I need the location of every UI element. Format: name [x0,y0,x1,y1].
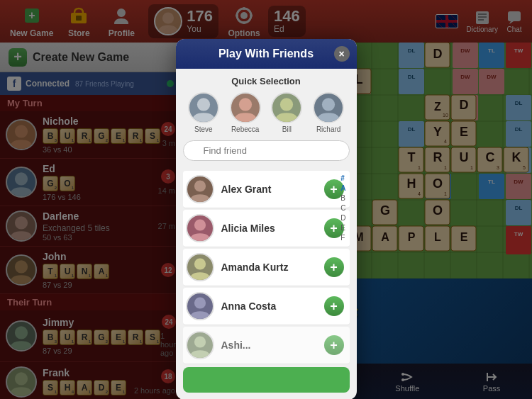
svg-point-137 [194,297,205,308]
add-friend-button[interactable]: + [324,335,344,355]
friend-avatar [186,175,214,203]
friend-avatar [186,253,214,281]
svg-point-131 [239,98,252,111]
alpha-hash[interactable]: # [338,174,348,183]
svg-point-138 [194,336,205,347]
quick-friend-avatar [230,92,261,123]
friend-item[interactable]: Anna Costa + [183,288,350,325]
alpha-e[interactable]: E [338,223,348,232]
alpha-index: # A B C D E F [337,171,349,245]
quick-friends-list: Steve Rebecca Bill [183,92,350,133]
modal-title: Play With Friends [218,47,314,60]
svg-point-133 [322,98,335,111]
friend-name: Amanda Kurtz [221,262,324,273]
friends-list-container: Alex Grant + Alicia Miles + [183,171,350,364]
quick-friend-avatar [313,92,344,123]
svg-point-132 [280,98,293,111]
friend-item[interactable]: Ashi... + [183,327,350,364]
quick-friend-avatar [271,92,302,123]
friend-item[interactable]: Amanda Kurtz + [183,249,350,286]
friend-avatar [186,292,214,320]
friend-item[interactable]: Alicia Miles + [183,210,350,247]
confirm-button[interactable] [183,367,350,393]
friend-name: Alex Grant [221,184,324,195]
modal-header: Play With Friends × [176,39,357,69]
svg-point-134 [194,180,205,191]
quick-friend-avatar [188,92,219,123]
svg-point-136 [194,258,205,269]
quick-friend-name: Richard [316,125,340,133]
quick-friend[interactable]: Steve [188,92,219,133]
friend-name: Alicia Miles [221,223,324,234]
alpha-f[interactable]: F [338,233,348,242]
svg-point-130 [197,98,210,111]
modal-overlay[interactable]: Play With Friends × Quick Selection Stev… [0,0,532,399]
quick-friend-name: Steve [194,125,213,133]
quick-friend-name: Bill [282,125,292,133]
alpha-c[interactable]: C [338,203,348,213]
quick-friend[interactable]: Richard [313,92,344,133]
add-friend-button[interactable]: + [324,296,344,316]
add-friend-button[interactable]: + [324,257,344,277]
friend-avatar [186,214,214,242]
find-friend-input[interactable] [183,140,350,161]
quick-friend-name: Rebecca [231,125,259,133]
modal-body: Quick Selection Steve Rebecca [176,69,357,399]
friend-item[interactable]: Alex Grant + [183,171,350,208]
find-friend-wrapper: 🔍 [183,140,350,165]
quick-selection-label: Quick Selection [183,76,350,86]
friend-avatar [186,331,214,359]
modal-close-button[interactable]: × [334,46,350,62]
friend-name: Ashi... [221,339,324,351]
alpha-a[interactable]: A [338,184,348,193]
play-with-friends-modal: Play With Friends × Quick Selection Stev… [176,39,357,399]
friend-name: Anna Costa [221,300,324,312]
friends-list: Alex Grant + Alicia Miles + [183,171,350,364]
alpha-d[interactable]: D [338,213,348,223]
alpha-b[interactable]: B [338,193,348,203]
svg-point-135 [194,219,205,230]
quick-friend[interactable]: Rebecca [230,92,261,133]
quick-friend[interactable]: Bill [271,92,302,133]
